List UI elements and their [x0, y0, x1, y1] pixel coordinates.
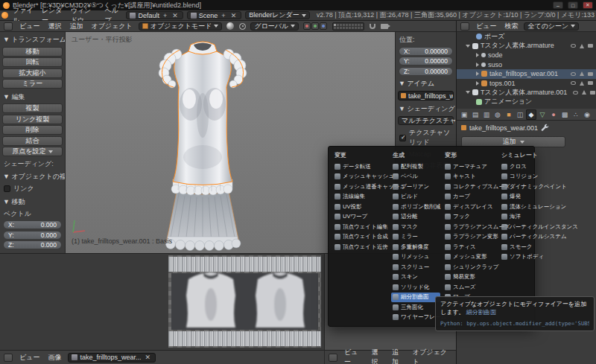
unlink-image-icon[interactable]: ✕	[143, 354, 152, 361]
modifier-menu-item[interactable]: 頂点ウェイト編集	[333, 222, 388, 232]
translate-manipulator-icon[interactable]	[303, 22, 311, 30]
modifier-menu-item[interactable]: ミラー	[391, 232, 440, 243]
view2-menu-select[interactable]: 選択	[367, 348, 387, 364]
editor-type-icon[interactable]	[460, 22, 469, 31]
disclosure-closed-icon[interactable]	[476, 63, 479, 67]
editor-type-icon[interactable]	[4, 354, 13, 362]
modifier-menu-item[interactable]: 爆発	[500, 192, 549, 202]
tab-object-data[interactable]: ▽	[537, 109, 548, 120]
modifier-menu-item[interactable]: キャスト	[443, 172, 497, 182]
pivot-center-icon[interactable]	[239, 23, 246, 30]
modifier-menu-item[interactable]: 配列複製	[391, 162, 440, 172]
rotate-button[interactable]: 回転	[2, 57, 63, 67]
modifier-menu-item[interactable]: ビルド	[391, 192, 440, 202]
view3d-menu-select[interactable]: 選択	[44, 22, 65, 31]
uv-menu-image[interactable]: 画像	[44, 353, 65, 363]
modifier-menu-item[interactable]: スクリュー	[391, 262, 440, 272]
delete-button[interactable]: 削除	[2, 125, 63, 135]
tab-render[interactable]: ▣	[459, 109, 469, 120]
selectability-icon[interactable]	[580, 81, 584, 86]
modifier-menu-item[interactable]: ラプラシアン変形	[443, 232, 497, 243]
modifier-menu-item[interactable]: シュリンクラップ	[443, 262, 497, 272]
panel-header-item[interactable]: ▼ アイテム	[396, 77, 456, 89]
modifier-menu-item[interactable]: ソリッド化	[391, 282, 440, 293]
visibility-icon[interactable]	[571, 44, 576, 48]
panel-header-redo-move[interactable]: ▼ 移動	[0, 195, 65, 208]
modifier-menu-item[interactable]: フック	[443, 212, 497, 223]
view2-menu-view[interactable]: ビュー	[340, 348, 367, 364]
join-button[interactable]: 結合	[2, 136, 63, 146]
set-origin-button[interactable]: 原点を設定	[2, 147, 63, 156]
modifier-menu-item[interactable]: リメッシュ	[391, 252, 440, 263]
modifier-menu-item[interactable]: 頂点ウェイト合成	[333, 232, 388, 243]
shading-mode-selector[interactable]: マルチテクスチャ	[398, 116, 454, 125]
modifier-menu-item[interactable]: UV投影	[333, 202, 388, 212]
modifier-menu-item[interactable]: スキン	[391, 272, 440, 283]
modifier-menu-item[interactable]: パーティクルインスタンス	[500, 222, 549, 232]
scale-manipulator-icon[interactable]	[320, 22, 327, 30]
outliner-item-pose[interactable]: ポーズ	[457, 32, 596, 42]
object-name-field[interactable]: take_frilltops_wear...	[398, 91, 454, 100]
modifier-menu-item[interactable]: 簡易変形	[443, 272, 497, 283]
disclosure-closed-icon[interactable]	[476, 53, 479, 57]
view2-menu-object[interactable]: オブジェクト	[409, 348, 454, 364]
image-datablock-selector[interactable]: take_frilltops_wear... ✕	[68, 353, 156, 363]
outliner-item-armature[interactable]: Tスタン人素体.armature	[457, 42, 596, 51]
modifier-menu-item[interactable]: ポリゴン数削減	[391, 202, 440, 212]
mirror-button[interactable]: ミラー	[2, 79, 63, 89]
modifier-menu-item[interactable]: スモーク	[500, 242, 549, 252]
disclosure-closed-icon[interactable]	[476, 71, 479, 76]
modifier-menu-item[interactable]: ラティス	[443, 242, 497, 252]
modifier-menu-item[interactable]: ディスプレイス	[443, 202, 497, 212]
view3d-menu-view[interactable]: ビュー	[16, 22, 43, 31]
panel-header-duplicate-objects[interactable]: ▼ オブジェクトの複製	[0, 170, 65, 182]
translate-button[interactable]: 移動	[2, 47, 63, 57]
modifier-menu-item[interactable]: コリジョン	[500, 172, 549, 182]
view3d-menu-add[interactable]: 追加	[66, 22, 86, 31]
outliner-item-sode[interactable]: sode	[457, 51, 596, 60]
view3d-menu-object[interactable]: オブジェクト	[87, 22, 136, 31]
modifier-menu-item[interactable]: ソフトボディ	[500, 252, 549, 263]
modifier-menu-item[interactable]: 多重解像度	[391, 242, 440, 252]
tab-physics[interactable]: ◉	[582, 109, 592, 120]
mode-selector[interactable]: オブジェクトモード	[139, 22, 223, 31]
outliner-item-animation[interactable]: アニメーション	[457, 98, 596, 107]
modifier-menu-item[interactable]: UVワープ	[333, 212, 388, 223]
modifier-menu-item[interactable]: 頂点ウェイト近傍	[333, 242, 388, 252]
redo-z-field[interactable]: Z:0.000	[3, 240, 62, 249]
modifier-menu-item[interactable]: コレクティブスムーズ	[443, 182, 497, 192]
viewport-shading-icon[interactable]	[226, 22, 234, 30]
close-scene-icon[interactable]: ✕	[229, 12, 238, 19]
tab-render-layers[interactable]: ▤	[470, 109, 481, 120]
outliner-menu-view[interactable]: ビュー	[472, 22, 500, 31]
snap-magnet-icon[interactable]	[370, 24, 375, 29]
outliner-item-tops[interactable]: tops.001	[457, 79, 596, 89]
modifier-menu-item[interactable]: ベベル	[391, 172, 440, 182]
modifier-menu-item[interactable]: アーマチュア	[443, 162, 497, 172]
uv-menu-view[interactable]: ビュー	[16, 353, 43, 363]
renderability-icon[interactable]	[590, 91, 595, 95]
tab-object[interactable]: ■	[504, 109, 514, 120]
rotate-manipulator-icon[interactable]	[311, 22, 319, 30]
layers-widget[interactable]	[332, 22, 364, 31]
tab-scene[interactable]: ▥	[481, 109, 492, 120]
blender-menu-icon[interactable]	[1, 12, 8, 19]
outliner-item-frilltops[interactable]: take_frilltops_wear.001	[457, 69, 596, 79]
disclosure-open-icon[interactable]	[466, 45, 470, 48]
redo-x-field[interactable]: X:0.000	[3, 220, 62, 229]
modifier-menu-item[interactable]: ダイナミックペイント	[500, 182, 549, 192]
tab-particles[interactable]: ∴	[571, 109, 581, 120]
outliner-item-armature-001[interactable]: Tスタン人素体.armature.001	[457, 88, 596, 98]
editor-type-icon[interactable]	[329, 354, 337, 362]
modifier-menu-item[interactable]: 流体シミュレーション	[500, 202, 549, 212]
texture-solid-checkbox[interactable]	[399, 135, 406, 141]
tab-modifiers[interactable]: ◆	[526, 109, 536, 120]
modifier-menu-item[interactable]: カーブ	[443, 192, 497, 202]
disclosure-open-icon[interactable]	[466, 91, 470, 94]
outliner-item-suso[interactable]: suso	[457, 60, 596, 70]
selectability-icon[interactable]	[582, 90, 586, 95]
view2-menu-add[interactable]: 追加	[388, 348, 408, 364]
tab-constraints[interactable]: ◫	[515, 109, 525, 120]
modifier-menu-item[interactable]: 辺分離	[391, 212, 440, 223]
scale-button[interactable]: 拡大縮小	[2, 68, 63, 78]
